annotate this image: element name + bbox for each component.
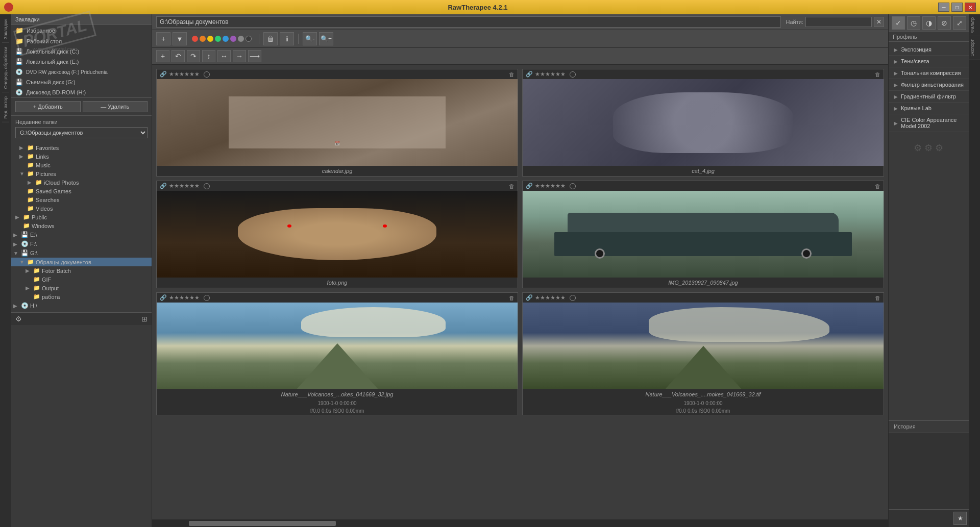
tree-item-drive-f[interactable]: ▶ 💿 F:\ xyxy=(11,239,152,248)
bookmark-item[interactable]: 📁 Избранное xyxy=(11,25,152,36)
delete-icon[interactable]: 🗑 xyxy=(875,183,880,189)
nav-forward[interactable]: → xyxy=(233,50,246,62)
bookmark-item[interactable]: 💾 Съемный диск (G:) xyxy=(11,77,152,87)
search-input[interactable] xyxy=(805,17,872,27)
grid-icon[interactable]: ⊞ xyxy=(141,315,148,323)
nav-add-button[interactable]: + xyxy=(156,50,169,62)
color-dot-red[interactable] xyxy=(192,36,198,42)
tree-item-obrazcy[interactable]: ▼ 📁 Образцы документов xyxy=(11,258,152,266)
section-vignette[interactable]: ▶ Фильтр виньетирования xyxy=(889,79,969,91)
color-dot-purple[interactable] xyxy=(230,36,236,42)
section-exposure[interactable]: ▶ Экспозиция xyxy=(889,44,969,56)
add-bookmark-button[interactable]: + Добавить xyxy=(15,101,81,112)
image-cell-cat[interactable]: 🔗 ★★★★★★ 🗑 cat_4.jpg xyxy=(522,69,884,177)
tree-item[interactable]: ▶ 📁 Fotor Batch xyxy=(11,266,152,275)
rank-circle xyxy=(570,71,576,78)
right-icon-half[interactable]: ◑ xyxy=(922,16,936,30)
image-cell-header: 🔗 ★★★★★★ 🗑 xyxy=(157,293,518,303)
color-dot-orange[interactable] xyxy=(200,36,206,42)
image-filename: calendar.jpg xyxy=(157,166,518,176)
tab-processing-queue[interactable]: Очередь обработки xyxy=(2,44,9,92)
section-tone-compression[interactable]: ▶ Тональная компрессия xyxy=(889,67,969,79)
color-dot-blue[interactable] xyxy=(223,36,229,42)
bookmark-item[interactable]: 📁 Рабочий стол xyxy=(11,36,152,46)
path-bar: Найти: ✕ xyxy=(152,14,888,30)
close-button[interactable]: ✕ xyxy=(965,3,976,12)
settings-icon[interactable]: ⚙ xyxy=(15,315,22,323)
bookmark-item[interactable]: 💾 Локальный диск (C:) xyxy=(11,46,152,57)
delete-icon[interactable]: 🗑 xyxy=(509,71,514,78)
lock-icon: 🔗 xyxy=(160,71,167,78)
decorative-gears: ⚙ ⚙ ⚙ xyxy=(889,132,969,164)
bookmark-item[interactable]: 💾 Локальный диск (E:) xyxy=(11,57,152,67)
image-cell-header: 🔗 ★★★★★★ 🗑 xyxy=(157,69,518,79)
tree-item-drive-e[interactable]: ▶ 💾 E:\ xyxy=(11,230,152,239)
tree-item[interactable]: 📁 Music xyxy=(11,161,152,169)
tab-filter[interactable]: Фильтр xyxy=(969,14,980,36)
section-shadows[interactable]: ▶ Тени/света xyxy=(889,56,969,67)
section-lab-curves[interactable]: ▶ Кривые Lab xyxy=(889,103,969,114)
bookmark-item[interactable]: 💿 Дисковод BD-ROM (H:) xyxy=(11,87,152,97)
nav-rotate-right[interactable]: ↷ xyxy=(187,50,200,62)
nav-arrows-bar: + ↶ ↷ ↕ ↔ → ⟶ xyxy=(152,48,888,65)
tree-item[interactable]: ▶ 📁 Links xyxy=(11,152,152,161)
info-button[interactable]: ℹ xyxy=(280,32,294,45)
color-dot-none[interactable] xyxy=(246,36,252,42)
tree-item[interactable]: 📁 GIF xyxy=(11,275,152,284)
section-gradient-filter[interactable]: ▶ Градиентный фильтр xyxy=(889,91,969,103)
tree-item[interactable]: ▶ 📁 Public xyxy=(11,213,152,221)
bookmark-item[interactable]: 💿 DVD RW дисковод (F:) Priduchenia xyxy=(11,67,152,77)
tree-item[interactable]: 📁 работа xyxy=(11,292,152,301)
color-dot-green[interactable] xyxy=(215,36,221,42)
bottom-scrollbar[interactable] xyxy=(152,519,888,527)
bookmark-star-button[interactable]: ★ xyxy=(953,512,967,525)
nav-rotate-left[interactable]: ↶ xyxy=(172,50,185,62)
tree-item[interactable]: 📁 Saved Games xyxy=(11,187,152,195)
tab-editor[interactable]: Ред. актор xyxy=(2,93,9,122)
tree-item[interactable]: ▶ 📁 Output xyxy=(11,284,152,292)
recent-folders-select[interactable]: G:\Образцы документов xyxy=(15,127,148,138)
path-input[interactable] xyxy=(156,16,781,28)
zoom-out-button[interactable]: 🔍- xyxy=(303,32,317,45)
tree-item[interactable]: 📁 Videos xyxy=(11,204,152,213)
image-filename: IMG_20130927_090847.jpg xyxy=(523,278,884,288)
rank-circle xyxy=(570,183,576,189)
tree-item[interactable]: ▶ 📁 iCloud Photos xyxy=(11,178,152,187)
minimize-button[interactable]: ─ xyxy=(938,3,949,12)
image-cell-foto[interactable]: 🔗 ★★★★★★ 🗑 xyxy=(156,181,518,288)
recent-folders-label: Недавние папки xyxy=(15,119,148,125)
maximize-button[interactable]: □ xyxy=(951,3,963,12)
delete-button[interactable]: 🗑 xyxy=(263,32,278,45)
tree-item[interactable]: 📁 Windows xyxy=(11,221,152,230)
tab-bookmarks[interactable]: Закладки xyxy=(2,16,9,43)
tree-item[interactable]: ▶ 📁 Favorites xyxy=(11,143,152,152)
right-icon-check[interactable]: ✓ xyxy=(892,16,905,30)
tab-export[interactable]: Экспорт xyxy=(969,36,980,60)
right-icon-expand[interactable]: ⤢ xyxy=(953,16,966,30)
tree-item[interactable]: ▼ 📁 Pictures xyxy=(11,169,152,178)
image-cell-volcano1[interactable]: 🔗 ★★★★★★ 🗑 Nature___Volcanoes_...okes_04… xyxy=(156,292,518,415)
image-cell-volcano2[interactable]: 🔗 ★★★★★★ 🗑 Nature___Volcanoes_....mokes_… xyxy=(522,292,884,415)
add-button[interactable]: + xyxy=(156,32,170,45)
remove-bookmark-button[interactable]: — Удалить xyxy=(83,101,148,112)
delete-icon[interactable]: 🗑 xyxy=(875,295,880,301)
color-dot-gray[interactable] xyxy=(238,36,244,42)
zoom-in-button[interactable]: 🔍+ xyxy=(319,32,333,45)
delete-icon[interactable]: 🗑 xyxy=(509,295,514,301)
right-icon-no[interactable]: ⊘ xyxy=(938,16,951,30)
tree-item-drive-h[interactable]: ▶ 💿 H:\ xyxy=(11,301,152,310)
color-dot-yellow[interactable] xyxy=(207,36,213,42)
nav-flip-v[interactable]: ↕ xyxy=(202,50,215,62)
nav-flip-h[interactable]: ↔ xyxy=(217,50,231,62)
filter-button[interactable]: ▼ xyxy=(173,32,187,45)
delete-icon[interactable]: 🗑 xyxy=(875,71,880,78)
delete-icon[interactable]: 🗑 xyxy=(509,183,514,189)
tree-item-searches[interactable]: 📁 Searches xyxy=(11,195,152,204)
right-icon-clock[interactable]: ◷ xyxy=(907,16,920,30)
image-cell-car[interactable]: 🔗 ★★★★★★ 🗑 xyxy=(522,181,884,288)
nav-end[interactable]: ⟶ xyxy=(248,50,261,62)
tree-item-drive-g[interactable]: ▼ 💾 G:\ xyxy=(11,248,152,258)
image-cell-calendar[interactable]: 🔗 ★★★★★★ 🗑 📅 calendar.jpg xyxy=(156,69,518,177)
close-search-button[interactable]: ✕ xyxy=(874,17,884,27)
section-cie-cam[interactable]: ▶ CIE Color Appearance Model 2002 xyxy=(889,114,969,132)
